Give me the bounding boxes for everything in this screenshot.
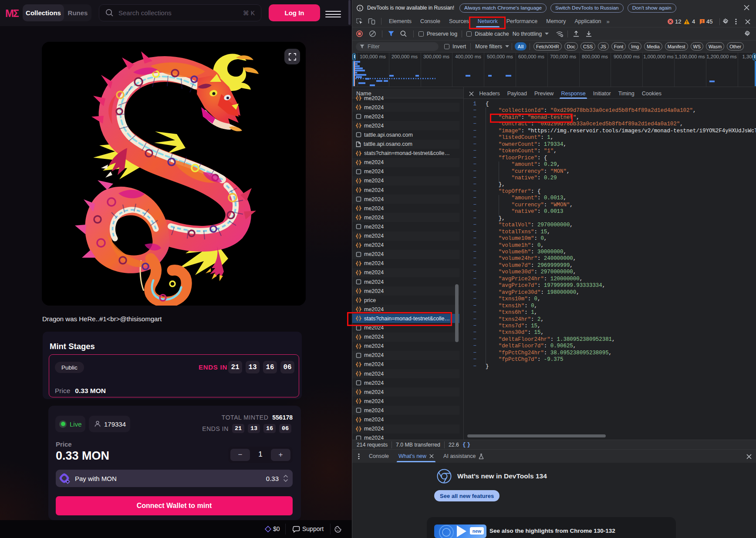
svg-text:MΣ: MΣ [6,7,19,18]
svg-text:new: new [472,528,482,534]
